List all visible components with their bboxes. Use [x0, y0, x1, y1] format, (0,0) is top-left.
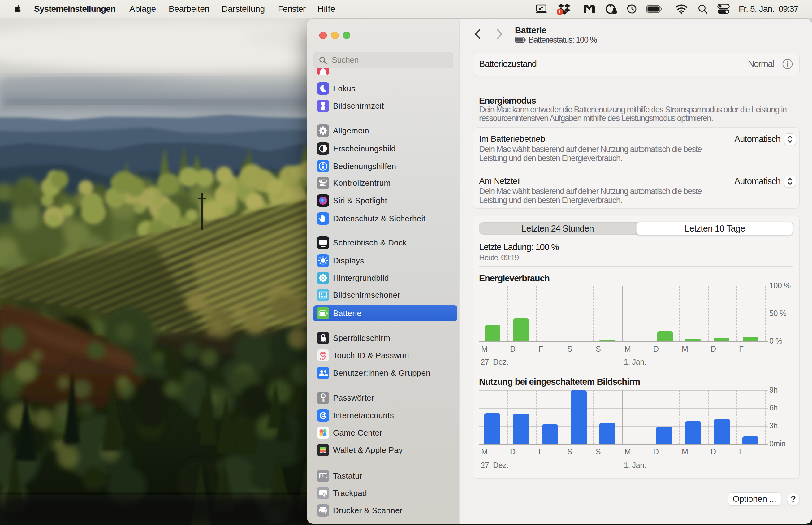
svg-text:1: 1 — [558, 9, 561, 14]
